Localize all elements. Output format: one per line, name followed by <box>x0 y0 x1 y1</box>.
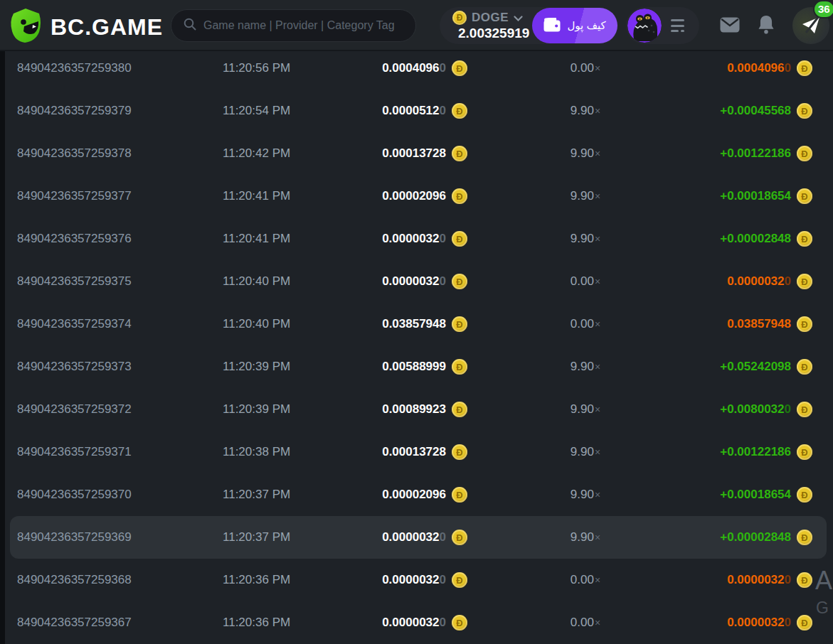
bet-time: 11:20:39 PM <box>213 360 304 374</box>
table-row[interactable]: 84904236357259368 11:20:36 PM 0.00000320… <box>5 559 823 601</box>
chat-toggle-button[interactable]: 36 <box>792 7 829 44</box>
search-icon <box>183 17 197 34</box>
bet-amount: 0.00013728 <box>382 146 446 160</box>
top-header: BC.GAME Đ DOGE 2.00325919 <box>0 0 833 51</box>
bet-table-body: 84904236357259380 11:20:56 PM 0.00040960… <box>5 47 823 644</box>
bet-amount-trailing: 0 <box>440 61 446 75</box>
notifications-button[interactable] <box>757 15 775 37</box>
multiplier-x: × <box>595 276 600 287</box>
doge-coin-icon: Đ <box>797 487 812 503</box>
doge-coin-icon: Đ <box>797 103 812 119</box>
multiplier-cell: 9.90× <box>471 402 700 417</box>
bet-amount: 0.00013728 <box>382 445 446 458</box>
bet-amount: 0.03857948 <box>382 317 446 331</box>
bet-amount-cell: 0.00040960 Đ <box>304 60 471 76</box>
profit-cell: +0.00002848 Đ <box>700 530 812 545</box>
table-row[interactable]: 84904236357259373 11:20:39 PM 0.00588999… <box>5 345 823 388</box>
profit-amount: +0.00122186 <box>720 146 791 160</box>
doge-coin-icon: Đ <box>797 60 812 76</box>
game-search-bar[interactable] <box>171 9 416 42</box>
bet-amount: 0.0000032 <box>382 616 439 629</box>
table-row[interactable]: 84904236357259367 11:20:36 PM 0.00000320… <box>5 601 823 644</box>
doge-coin-icon: Đ <box>452 274 467 289</box>
doge-coin-icon: Đ <box>452 530 467 545</box>
bet-time: 11:20:41 PM <box>213 232 304 246</box>
bet-amount-trailing: 0 <box>440 274 446 288</box>
multiplier-x: × <box>595 233 600 245</box>
table-row[interactable]: 84904236357259380 11:20:56 PM 0.00040960… <box>5 47 823 90</box>
multiplier-value: 9.90 <box>571 445 594 458</box>
currency-code: DOGE <box>472 11 509 24</box>
multiplier-value: 0.00 <box>571 61 594 75</box>
table-row[interactable]: 84904236357259369 11:20:37 PM 0.00000320… <box>5 516 823 559</box>
wallet-deposit-button[interactable]: کیف پول <box>532 8 617 43</box>
multiplier-cell: 9.90× <box>471 146 700 161</box>
doge-coin-icon: Đ <box>452 359 467 375</box>
table-row[interactable]: 84904236357259376 11:20:41 PM 0.00000320… <box>5 218 823 260</box>
wallet-icon <box>543 18 561 34</box>
multiplier-cell: 0.00× <box>471 317 700 331</box>
bet-id: 84904236357259367 <box>5 616 213 630</box>
multiplier-cell: 9.90× <box>471 488 700 502</box>
table-row[interactable]: 84904236357259370 11:20:37 PM 0.00002096… <box>5 473 823 516</box>
profit-amount: +0.00018654 <box>720 189 791 203</box>
multiplier-x: × <box>595 148 600 159</box>
table-row[interactable]: 84904236357259374 11:20:40 PM 0.03857948… <box>5 303 823 345</box>
bet-amount: 0.0000032 <box>382 530 439 544</box>
profit-cell: +0.00018654 Đ <box>700 188 812 204</box>
bcgame-logo-icon <box>9 8 42 46</box>
doge-coin-icon: Đ <box>452 615 467 630</box>
multiplier-cell: 9.90× <box>471 360 700 374</box>
multiplier-cell: 9.90× <box>471 445 700 459</box>
bet-amount-cell: 0.00013728 Đ <box>304 146 471 161</box>
messages-button[interactable] <box>720 17 740 35</box>
profit-cell: +0.00018654 Đ <box>700 487 812 503</box>
brand-logo[interactable]: BC.GAME <box>9 8 163 46</box>
profit-amount: +0.00018654 <box>720 488 791 501</box>
background-letter-g: G <box>816 599 829 618</box>
bet-amount-cell: 0.00000320 Đ <box>304 572 471 588</box>
bet-time: 11:20:36 PM <box>213 573 304 587</box>
bet-id: 84904236357259373 <box>5 360 213 374</box>
multiplier-value: 0.00 <box>571 274 594 288</box>
doge-coin-icon: Đ <box>797 530 812 545</box>
multiplier-x: × <box>595 532 600 543</box>
bet-amount-cell: 0.00000320 Đ <box>304 530 471 545</box>
search-input[interactable] <box>203 19 405 32</box>
multiplier-x: × <box>595 361 600 372</box>
background-letter-a: A <box>815 566 832 596</box>
profile-menu-icon[interactable] <box>671 19 684 32</box>
table-row[interactable]: 84904236357259375 11:20:40 PM 0.00000320… <box>5 260 823 303</box>
multiplier-x: × <box>595 446 600 458</box>
table-row[interactable]: 84904236357259377 11:20:41 PM 0.00002096… <box>5 175 823 218</box>
multiplier-x: × <box>595 489 600 500</box>
bet-amount-cell: 0.00588999 Đ <box>304 359 471 375</box>
profit-amount: +0.00002848 <box>720 232 791 245</box>
profit-amount: +0.00122186 <box>720 445 791 458</box>
doge-coin-icon: Đ <box>452 444 467 460</box>
table-row[interactable]: 84904236357259378 11:20:42 PM 0.00013728… <box>5 132 823 175</box>
doge-coin-icon: Đ <box>452 487 467 503</box>
profit-cell: +0.00045568 Đ <box>700 103 812 119</box>
multiplier-x: × <box>595 404 600 415</box>
bet-amount: 0.00089923 <box>382 402 446 416</box>
profit-amount: 0.0000032 <box>727 573 784 586</box>
bet-amount-trailing: 0 <box>440 573 446 586</box>
doge-coin-icon: Đ <box>452 572 467 588</box>
bet-id: 84904236357259378 <box>5 146 213 161</box>
profit-amount: +0.00045568 <box>720 104 791 117</box>
doge-coin-icon: Đ <box>452 146 467 161</box>
bet-time: 11:20:41 PM <box>213 189 304 203</box>
bet-amount-trailing: 0 <box>440 232 446 245</box>
table-row[interactable]: 84904236357259379 11:20:54 PM 0.00005120… <box>5 90 823 132</box>
bet-amount: 0.00588999 <box>382 360 446 373</box>
bet-amount: 0.0000512 <box>382 104 439 117</box>
user-avatar[interactable] <box>627 9 662 43</box>
doge-coin-icon: Đ <box>452 103 467 119</box>
table-row[interactable]: 84904236357259372 11:20:39 PM 0.00089923… <box>5 388 823 431</box>
multiplier-x: × <box>595 318 600 330</box>
multiplier-cell: 9.90× <box>471 189 700 203</box>
currency-selector[interactable]: Đ DOGE 2.00325919 <box>452 11 529 41</box>
bet-amount: 0.0000032 <box>382 274 439 288</box>
table-row[interactable]: 84904236357259371 11:20:38 PM 0.00013728… <box>5 431 823 473</box>
